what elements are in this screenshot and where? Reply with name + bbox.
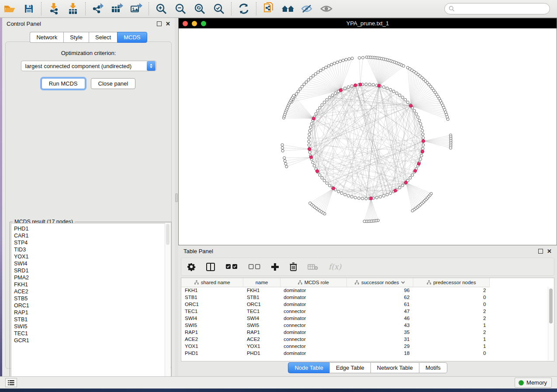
table-row[interactable]: TEC1TEC1connector472 <box>181 308 490 315</box>
mcds-result-item[interactable]: YOX1 <box>14 253 170 260</box>
show-all-icon[interactable] <box>319 2 334 15</box>
table-row[interactable]: YOX1YOX1connector291 <box>181 343 490 350</box>
toolbar-separator <box>85 2 86 15</box>
mcds-result-item[interactable]: ORC1 <box>14 302 170 309</box>
column-type-icon <box>355 280 359 285</box>
column-type-icon <box>194 280 199 285</box>
mcds-result-item[interactable]: SWI5 <box>14 323 170 330</box>
control-panel: Control Panel ✕ NetworkStyleSelectMCDS O… <box>2 18 175 376</box>
desktop-edge-bottom <box>0 389 557 392</box>
tab-mcds[interactable]: MCDS <box>117 32 147 43</box>
column-header-shared-name[interactable]: shared name <box>181 278 243 287</box>
table-scrollbar[interactable] <box>548 287 554 361</box>
sort-indicator-icon <box>401 281 405 284</box>
mcds-list-scrollbar[interactable] <box>165 223 170 383</box>
import-network-icon[interactable] <box>46 2 61 15</box>
split-columns-icon[interactable] <box>206 263 215 271</box>
mcds-result-item[interactable]: RAP1 <box>14 309 170 316</box>
network-graph[interactable] <box>179 28 557 245</box>
node-table-container: shared namenameMCDS rolesuccessor nodesp… <box>181 278 554 361</box>
new-network-from-selection-icon[interactable] <box>261 2 276 15</box>
import-table-icon[interactable] <box>66 2 80 15</box>
gear-icon[interactable] <box>187 263 196 271</box>
column-type-icon <box>427 280 431 285</box>
dropdown-stepper-icon <box>147 61 156 71</box>
list-icon <box>8 380 14 385</box>
tab-network[interactable]: Network <box>30 32 63 43</box>
mcds-result-item[interactable]: SWI4 <box>14 260 170 267</box>
first-neighbors-icon[interactable] <box>280 2 295 15</box>
table-panel-tabs: Node TableEdge TableNetwork TableMotifs <box>178 362 557 373</box>
table-row[interactable]: RAP1RAP1dominator352 <box>181 329 490 336</box>
save-session-icon[interactable] <box>21 2 36 15</box>
run-mcds-button[interactable]: Run MCDS <box>42 78 85 89</box>
mcds-result-item[interactable]: PHD1 <box>14 225 170 232</box>
toolbar-separator <box>231 2 232 15</box>
column-header-successor-nodes[interactable]: successor nodes <box>346 278 413 287</box>
delete-column-icon[interactable] <box>290 262 297 271</box>
mcds-result-item[interactable]: TID3 <box>14 246 170 253</box>
panel-splitter[interactable] <box>175 18 178 376</box>
select-all-checks-icon[interactable] <box>225 264 238 270</box>
column-header-MCDS-role[interactable]: MCDS role <box>280 278 346 287</box>
table-row[interactable]: ORC1ORC1dominator610 <box>181 301 490 308</box>
mcds-result-item[interactable]: STB1 <box>14 316 170 323</box>
table-row[interactable]: SWI5SWI5connector431 <box>181 322 490 329</box>
export-image-icon[interactable] <box>129 2 144 15</box>
table-row[interactable]: FKH1FKH1dominator962 <box>181 287 490 294</box>
table-row[interactable]: SWI4SWI4dominator462 <box>181 315 490 322</box>
task-history-button[interactable] <box>5 378 17 387</box>
zoom-in-icon[interactable] <box>154 2 169 15</box>
clear-checks-icon[interactable] <box>248 264 260 270</box>
search-input[interactable] <box>455 4 550 13</box>
tab-select[interactable]: Select <box>89 32 117 43</box>
table-row[interactable]: PHD1PHD1dominator180 <box>181 350 490 357</box>
zoom-out-icon[interactable] <box>173 2 188 15</box>
add-column-icon[interactable] <box>271 263 279 271</box>
table-scrollbar-thumb[interactable] <box>549 289 553 323</box>
network-canvas[interactable] <box>179 28 557 245</box>
tab-network-table[interactable]: Network Table <box>370 362 419 373</box>
close-panel-icon[interactable]: ✕ <box>166 21 170 26</box>
float-table-panel-icon[interactable] <box>538 249 543 254</box>
column-header-predecessor-nodes[interactable]: predecessor nodes <box>413 278 490 287</box>
memory-label: Memory <box>526 379 547 386</box>
mcds-result-item[interactable]: TEC1 <box>14 330 170 337</box>
mcds-result-item[interactable]: ACE2 <box>14 288 170 295</box>
tab-node-table[interactable]: Node Table <box>288 362 329 373</box>
table-row[interactable]: STB1STB1dominator620 <box>181 294 490 301</box>
apply-layout-icon[interactable] <box>236 2 251 15</box>
hide-selected-icon[interactable] <box>300 2 315 15</box>
table-panel-title: Table Panel <box>183 248 538 254</box>
float-panel-icon[interactable] <box>157 21 162 26</box>
splitter-handle[interactable] <box>175 193 178 202</box>
tab-motifs[interactable]: Motifs <box>419 362 447 373</box>
optimization-criterion-select[interactable]: largest connected component (undirected) <box>21 61 156 71</box>
export-table-icon[interactable] <box>110 2 125 15</box>
zoom-selected-icon[interactable] <box>211 2 226 15</box>
memory-button[interactable]: Memory <box>515 378 552 388</box>
mcds-result-item[interactable]: PMA2 <box>14 274 170 281</box>
tab-style[interactable]: Style <box>63 32 89 43</box>
close-panel-button[interactable]: Close panel <box>91 78 136 89</box>
open-file-icon[interactable] <box>2 2 17 15</box>
mcds-result-item[interactable]: FKH1 <box>14 281 170 288</box>
export-network-icon[interactable] <box>90 2 105 15</box>
mcds-result-item[interactable]: GCR1 <box>14 337 170 344</box>
optimization-criterion-value: largest connected component (undirected) <box>21 63 147 69</box>
mcds-result-item[interactable]: CAR1 <box>14 232 170 239</box>
mcds-result-item[interactable]: SRD1 <box>14 267 170 274</box>
control-panel-header: Control Panel ✕ <box>2 18 175 29</box>
tab-edge-table[interactable]: Edge Table <box>329 362 370 373</box>
column-type-icon <box>298 280 302 285</box>
mcds-result-item[interactable]: STP4 <box>14 239 170 246</box>
search-box[interactable] <box>444 3 550 14</box>
table-row[interactable]: ACE2ACE2connector311 <box>181 336 490 343</box>
network-window-title: YPA_prune.txt_1 <box>179 20 557 27</box>
column-header-name[interactable]: name <box>243 278 280 287</box>
network-window-titlebar[interactable]: YPA_prune.txt_1 <box>179 18 557 28</box>
mcds-result-list[interactable]: PHD1CAR1STP4TID3YOX1SWI4SRD1PMA2FKH1ACE2… <box>11 223 170 383</box>
mcds-result-item[interactable]: STB5 <box>14 295 170 302</box>
close-table-panel-icon[interactable]: ✕ <box>547 249 552 254</box>
zoom-fit-icon[interactable] <box>192 2 207 15</box>
